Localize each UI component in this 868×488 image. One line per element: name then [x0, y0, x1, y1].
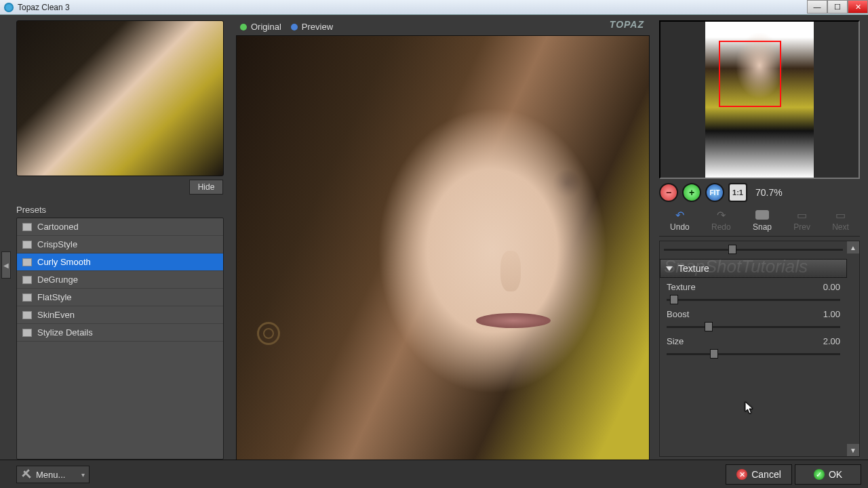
file-icon [22, 241, 32, 249]
scroll-down-button[interactable]: ▼ [847, 444, 859, 456]
param-boost: Boost1.00 [667, 309, 840, 332]
navigator-viewport[interactable] [719, 41, 781, 107]
original-thumbnail: Hide [16, 20, 224, 176]
slider-texture[interactable] [667, 294, 840, 305]
chevron-down-icon [666, 266, 673, 271]
collapse-left-icon[interactable]: ◀ [1, 251, 11, 279]
next-button[interactable]: ▭Next [832, 209, 849, 232]
scroll-up-button[interactable]: ▲ [847, 241, 859, 253]
preview-art [500, 251, 521, 291]
prev-button[interactable]: ▭Prev [793, 209, 810, 232]
file-icon [22, 311, 32, 319]
tab-preview[interactable]: Preview [291, 22, 333, 32]
cancel-button[interactable]: ✕Cancel [726, 464, 792, 485]
slider-boost[interactable] [667, 321, 840, 332]
preset-item[interactable]: SkinEven [17, 306, 223, 324]
maximize-button[interactable]: ☐ [827, 0, 848, 14]
close-button[interactable]: ✕ [848, 0, 868, 14]
preview-art [476, 313, 551, 328]
presets-heading: Presets [16, 202, 224, 218]
menu-button[interactable]: Menu... [16, 466, 90, 483]
wrench-icon [20, 468, 34, 481]
preset-item[interactable]: Stylize Details [17, 324, 223, 342]
snap-button[interactable]: Snap [753, 209, 772, 232]
tab-original[interactable]: Original [240, 22, 281, 32]
hide-button[interactable]: Hide [189, 180, 223, 195]
undo-button[interactable]: ↶Undo [670, 209, 690, 232]
redo-button[interactable]: ↷Redo [711, 209, 731, 232]
dot-icon [291, 24, 298, 30]
preset-list: Cartooned CrispStyle Curly Smooth DeGrun… [16, 218, 224, 460]
slider-size[interactable] [667, 348, 840, 359]
file-icon [22, 293, 32, 302]
loupe-icon [257, 322, 280, 345]
preset-item[interactable]: CrispStyle [17, 236, 223, 253]
prev-icon: ▭ [795, 209, 810, 221]
zoom-value: 70.7% [755, 187, 783, 198]
preset-item[interactable]: FlatStyle [17, 289, 223, 306]
preset-item[interactable]: DeGrunge [17, 271, 223, 289]
file-icon [22, 258, 32, 266]
preset-label: DeGrunge [37, 274, 78, 285]
title-bar: Topaz Clean 3 — ☐ ✕ [0, 0, 868, 15]
zoom-actual-button[interactable]: 1:1 [728, 183, 747, 202]
file-icon [22, 223, 32, 231]
preset-label: SkinEven [37, 310, 75, 320]
preset-label: Cartooned [37, 222, 79, 232]
section-slider[interactable] [664, 244, 843, 255]
minimize-button[interactable]: — [807, 0, 827, 14]
zoom-fit-button[interactable]: FIT [705, 183, 724, 202]
brand-logo: TOPAZ [610, 19, 644, 30]
main-preview[interactable] [236, 35, 650, 484]
redo-icon: ↷ [713, 209, 728, 221]
preset-item[interactable]: Curly Smooth [17, 253, 223, 271]
zoom-in-button[interactable]: + [682, 183, 701, 202]
param-texture: Texture0.00 [667, 282, 840, 305]
preset-label: Curly Smooth [37, 257, 91, 267]
camera-icon [755, 209, 770, 221]
undo-icon: ↶ [672, 209, 687, 221]
navigator-image [705, 22, 814, 178]
param-size: Size2.00 [667, 336, 840, 359]
window-title: Topaz Clean 3 [18, 3, 70, 12]
preset-label: FlatStyle [37, 292, 72, 302]
navigator-panel[interactable] [659, 20, 860, 179]
preset-label: CrispStyle [37, 239, 77, 249]
file-icon [22, 276, 32, 284]
ok-button[interactable]: ✓OK [795, 464, 861, 485]
check-icon: ✓ [814, 469, 825, 480]
app-icon [4, 3, 14, 12]
file-icon [22, 329, 32, 337]
close-icon: ✕ [736, 469, 747, 480]
zoom-out-button[interactable]: − [659, 183, 678, 202]
preset-label: Stylize Details [37, 327, 93, 338]
dot-icon [240, 24, 247, 30]
preset-item[interactable]: Cartooned [17, 218, 223, 236]
section-header-texture[interactable]: Texture [660, 259, 847, 278]
next-icon: ▭ [833, 209, 848, 221]
